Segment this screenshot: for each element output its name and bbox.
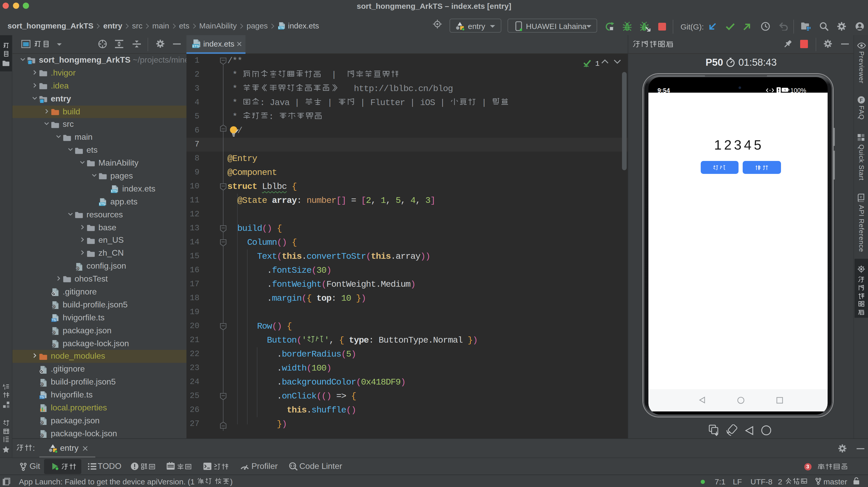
svg-text:TS: TS [52, 318, 56, 322]
svg-text:⚙: ⚙ [52, 344, 55, 348]
svg-text:ETS: ETS [278, 26, 284, 29]
svg-text:⚙: ⚙ [40, 382, 43, 386]
svg-text:ETS: ETS [99, 202, 105, 206]
svg-text:⚙: ⚙ [52, 305, 55, 309]
svg-text:⚙: ⚙ [40, 434, 43, 438]
svg-text:TS: TS [40, 396, 44, 399]
svg-text:ETS: ETS [192, 44, 199, 48]
svg-text:⚙: ⚙ [75, 266, 79, 270]
svg-text:⚙: ⚙ [52, 331, 55, 335]
svg-text:F: F [860, 97, 863, 103]
svg-text:ETS: ETS [111, 189, 117, 193]
svg-text:e: e [860, 195, 862, 199]
svg-text:⚙: ⚙ [40, 421, 43, 425]
